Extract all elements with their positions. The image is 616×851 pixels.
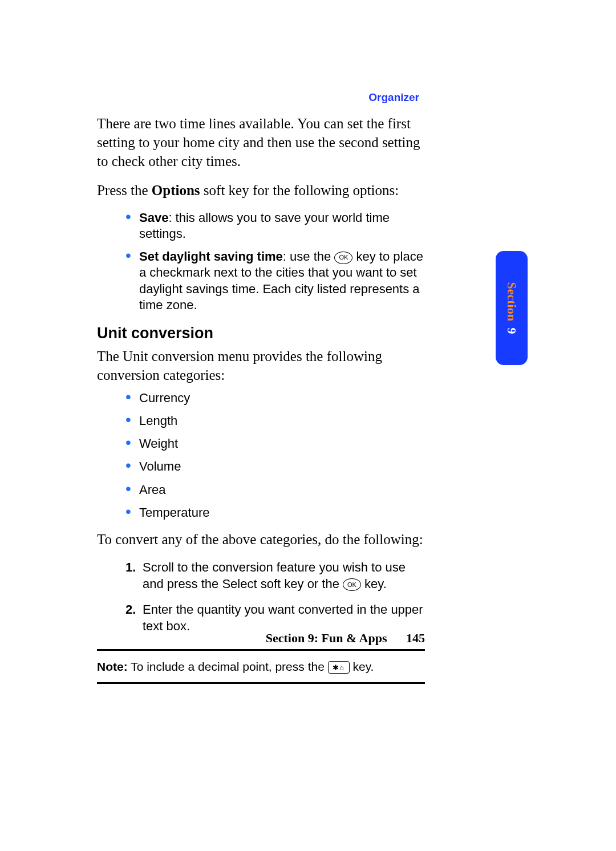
note-label: Note:	[97, 660, 128, 673]
unit-category: Volume	[125, 459, 425, 475]
text: : use the	[283, 249, 335, 264]
section-tab: Section 9	[496, 251, 528, 365]
option-save: Save: this allows you to save your world…	[125, 210, 425, 242]
star-key-icon: ✱⌂	[328, 661, 350, 674]
ok-key-icon: OK	[343, 578, 361, 591]
content: There are two time lines available. You …	[97, 114, 425, 684]
unit-category: Temperature	[125, 505, 425, 521]
text: key.	[361, 577, 387, 591]
text: : this allows you to save your world tim…	[139, 210, 390, 241]
page-footer: Section 9: Fun & Apps 145	[97, 631, 425, 646]
page: Organizer Section 9 There are two time l…	[0, 0, 616, 851]
options-label: Options	[152, 183, 200, 198]
intro-paragraph-1: There are two time lines available. You …	[97, 114, 425, 171]
section-tab-label: Section	[505, 282, 519, 321]
option-save-label: Save	[139, 210, 168, 225]
text: To include a decimal point, press the	[128, 660, 328, 673]
unit-category: Weight	[125, 436, 425, 452]
text: key.	[350, 660, 374, 673]
footer-title: Section 9: Fun & Apps	[266, 631, 387, 645]
step-2: Enter the quantity you want converted in…	[125, 601, 425, 634]
intro-paragraph-2: Press the Options soft key for the follo…	[97, 181, 425, 200]
unit-category: Currency	[125, 390, 425, 406]
text: soft key for the following options:	[200, 183, 399, 198]
unit-conversion-heading: Unit conversion	[97, 325, 425, 342]
select-label: Select	[222, 577, 257, 591]
unit-category: Area	[125, 482, 425, 498]
option-dst: Set daylight saving time: use the OK key…	[125, 249, 425, 313]
ok-key-icon: OK	[334, 252, 352, 264]
text: Press the	[97, 183, 152, 198]
header-label: Organizer	[368, 91, 419, 104]
unit-intro: The Unit conversion menu provides the fo…	[97, 347, 425, 384]
option-dst-label: Set daylight saving time	[139, 249, 283, 264]
unit-cta: To convert any of the above categories, …	[97, 530, 425, 549]
unit-category: Length	[125, 413, 425, 429]
options-list: Save: this allows you to save your world…	[97, 210, 425, 313]
section-tab-number: 9	[505, 327, 519, 334]
text: soft key or the	[257, 577, 343, 591]
step-1: Scroll to the conversion feature you wis…	[125, 559, 425, 592]
note-block: Note: To include a decimal point, press …	[97, 649, 425, 684]
unit-categories: Currency Length Weight Volume Area Tempe…	[97, 390, 425, 521]
section-tab-text: Section 9	[504, 282, 519, 334]
steps-list: Scroll to the conversion feature you wis…	[97, 559, 425, 634]
page-number: 145	[406, 631, 425, 645]
